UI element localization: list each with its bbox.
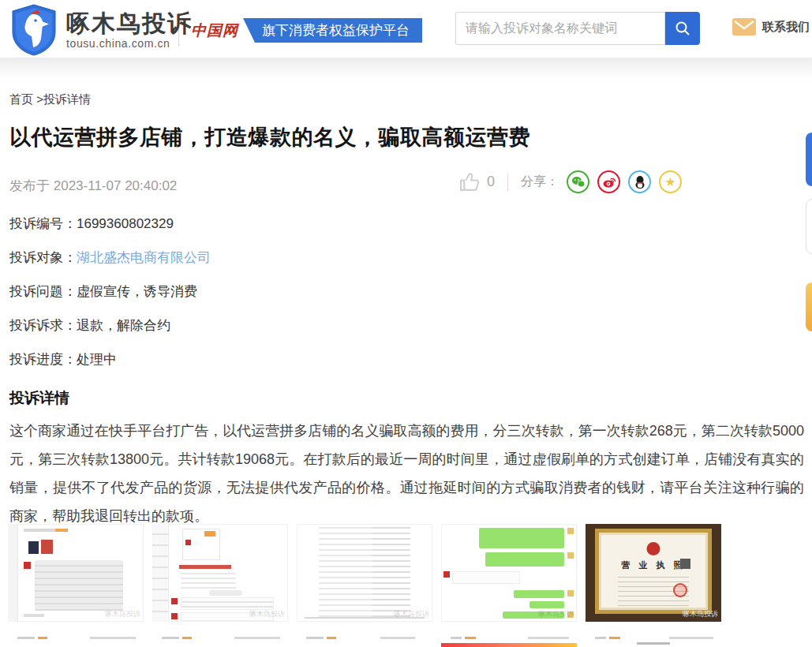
record-footer-line <box>305 617 425 619</box>
attachment-chat-screenshot-2[interactable]: 啄木鸟投诉 <box>152 524 288 622</box>
floating-button-yellow[interactable] <box>806 282 812 331</box>
license-title: 营 业 执 照 <box>599 559 708 571</box>
share-qq-icon[interactable] <box>628 170 651 193</box>
field-value: 退款，解除合约 <box>77 316 170 335</box>
chat-header-accent <box>55 529 68 532</box>
green-bubble <box>503 611 564 619</box>
chat-avatar <box>171 613 178 619</box>
sender-avatar <box>567 528 574 534</box>
complaint-detail-page: 啄木鸟投诉 tousu.china.com.cn 中国网 旗下消费者权益保护平台… <box>0 0 812 647</box>
attachment-thumbnails-row2 <box>8 631 721 647</box>
field-label: 投诉编号： <box>9 215 77 233</box>
red-banner-strip <box>441 643 577 647</box>
header: 啄木鸟投诉 tousu.china.com.cn 中国网 旗下消费者权益保护平台… <box>0 0 812 58</box>
weibo-glyph-icon <box>602 176 616 189</box>
form-image-accent <box>204 531 215 537</box>
amount-column <box>372 527 410 617</box>
company-link[interactable]: 湖北盛杰电商有限公司 <box>77 249 211 267</box>
green-bubble <box>479 528 564 548</box>
china-net-logo: 中国网 <box>189 18 243 43</box>
table-lines <box>181 573 236 589</box>
search-input[interactable] <box>455 12 665 45</box>
chat-bubble <box>181 597 274 610</box>
share-label: 分享： <box>521 174 559 190</box>
page-title: 以代运营拼多店铺，打造爆款的名义，骗取高额运营费 <box>9 123 530 151</box>
site-name: 啄木鸟投诉 <box>66 10 193 37</box>
field-label: 投诉诉求： <box>9 316 77 335</box>
site-domain: tousu.china.com.cn <box>66 37 193 50</box>
complaint-info: 投诉编号： 1699360802329 投诉对象： 湖北盛杰电商有限公司 投诉问… <box>9 207 211 376</box>
red-stamp <box>673 583 687 597</box>
contact-label: 联系我们：t <box>762 20 812 35</box>
envelope-icon <box>732 18 756 36</box>
green-bubble <box>514 590 564 598</box>
contact-us[interactable]: 联系我们：t <box>732 18 812 36</box>
chat-footer-line <box>24 614 44 617</box>
chat-message-block <box>35 560 123 611</box>
attachment-business-license[interactable]: 营 业 执 照 啄木鸟投诉 <box>586 524 721 622</box>
attachment-wechat-chat[interactable]: 啄木鸟投诉 <box>441 524 577 622</box>
like-count: 0 <box>487 174 495 190</box>
search-icon <box>674 20 691 37</box>
breadcrumb-home[interactable]: 首页 <box>9 92 33 106</box>
national-emblem <box>647 542 660 555</box>
chat-sidebar-strip <box>8 524 18 622</box>
thumbs-up-icon[interactable] <box>459 172 481 192</box>
attachment-transfer-records[interactable]: 啄木鸟投诉 <box>297 524 432 622</box>
chat-avatar <box>171 598 178 604</box>
floating-button-white[interactable] <box>806 199 812 254</box>
white-bubble <box>452 571 520 584</box>
share-wechat-icon[interactable] <box>567 170 589 193</box>
sender-avatar <box>567 552 574 559</box>
brand-banner-text: 旗下消费者权益保护平台 <box>243 18 422 43</box>
field-complaint-progress: 投诉进度： 处理中 <box>9 342 211 376</box>
breadcrumb-separator: > <box>33 92 43 106</box>
attachment-partial-1[interactable] <box>8 631 144 647</box>
share-weibo-icon[interactable] <box>597 170 620 193</box>
brand-banner: 中国网 旗下消费者权益保护平台 <box>189 18 422 43</box>
attachment-partial-4[interactable] <box>441 631 577 647</box>
field-label: 投诉问题： <box>9 282 77 301</box>
sender-avatar <box>567 590 574 597</box>
detail-section-heading: 投诉详情 <box>9 388 69 409</box>
field-label: 投诉进度： <box>9 350 77 368</box>
field-complaint-target: 投诉对象： 湖北盛杰电商有限公司 <box>9 241 211 275</box>
header-shadow <box>0 58 812 79</box>
attachment-partial-3[interactable] <box>297 631 432 647</box>
shield-logo-icon <box>9 3 58 57</box>
centered-title-line <box>637 642 670 645</box>
attachment-chat-screenshot-1[interactable]: 啄木鸟投诉 <box>8 524 144 622</box>
attachment-partial-5[interactable] <box>586 631 721 647</box>
license-frame: 营 业 执 照 <box>595 529 712 614</box>
breadcrumb-current: 投诉详情 <box>43 92 91 106</box>
green-bubble <box>485 552 564 567</box>
red-title-line <box>179 565 231 569</box>
site-logo[interactable]: 啄木鸟投诉 tousu.china.com.cn <box>9 3 193 57</box>
qq-penguin-icon <box>634 175 646 189</box>
form-avatar <box>185 540 191 545</box>
field-value: 处理中 <box>77 350 117 368</box>
timestamp-column <box>152 524 169 622</box>
detail-text: 这个商家通过在快手平台打广告，以代运营拼多店铺的名义骗取高额的费用，分三次转款，… <box>9 417 804 530</box>
time-pill <box>209 590 242 596</box>
field-complaint-problem: 投诉问题： 虚假宣传，诱导消费 <box>9 275 211 309</box>
share-favorite-icon[interactable]: ★ <box>659 170 682 193</box>
field-complaint-id: 投诉编号： 1699360802329 <box>9 207 211 241</box>
field-complaint-demand: 投诉诉求： 退款，解除合约 <box>9 309 211 342</box>
floating-button-blue[interactable] <box>806 133 812 186</box>
meta-actions: 0 分享： <box>459 170 682 193</box>
attachment-partial-2[interactable] <box>152 631 288 647</box>
chat-bubble <box>181 612 274 621</box>
field-label: 投诉对象： <box>9 249 77 267</box>
product-image-1 <box>28 541 39 554</box>
search-button[interactable] <box>665 12 700 45</box>
share-icons: ★ <box>567 170 682 193</box>
merchant-avatar <box>443 571 450 578</box>
breadcrumb: 首页 >投诉详情 <box>9 92 91 107</box>
product-image-2 <box>41 540 53 554</box>
chat-avatar <box>24 562 31 569</box>
wechat-glyph-icon <box>571 176 586 189</box>
logo-text: 啄木鸟投诉 tousu.china.com.cn <box>66 10 193 50</box>
meta-divider <box>507 174 508 191</box>
attachment-thumbnails: 啄木鸟投诉 啄木鸟投诉 啄木鸟投诉 <box>8 524 721 622</box>
